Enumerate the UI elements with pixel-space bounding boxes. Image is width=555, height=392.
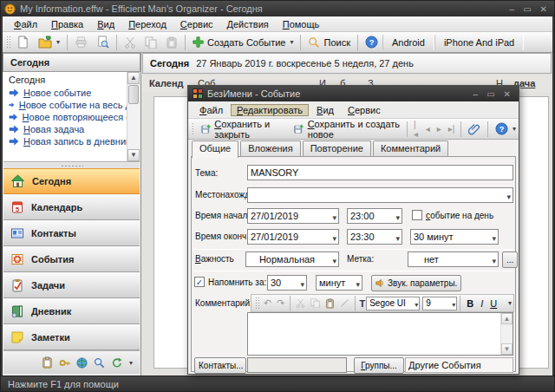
- globe-icon[interactable]: [76, 357, 88, 369]
- bold-button[interactable]: B: [463, 298, 477, 309]
- save-close-button[interactable]: Сохранить и закрыть: [197, 117, 290, 141]
- menu-actions[interactable]: Действия: [221, 18, 275, 30]
- sidebar-item-diary[interactable]: Дневник: [3, 298, 140, 324]
- dialog-minimize-icon[interactable]: –: [473, 89, 479, 99]
- format-clear-icon[interactable]: [337, 298, 352, 308]
- italic-button[interactable]: I: [477, 298, 486, 309]
- sound-settings-button[interactable]: Звук. параметры.: [371, 275, 461, 291]
- shortcut-new-task[interactable]: Новая задача: [3, 123, 140, 135]
- scroll-up-icon[interactable]: ▲: [127, 72, 140, 84]
- subject-input[interactable]: MANSORY: [247, 165, 513, 180]
- sidebar-item-events[interactable]: События: [3, 246, 140, 272]
- iphone-ipad-button[interactable]: iPhone And iPad: [434, 35, 524, 50]
- tab-comment[interactable]: Комментарий: [373, 140, 448, 157]
- menu-view[interactable]: Вид: [91, 18, 121, 30]
- shortcut-scrollbar[interactable]: ▲ ▼: [127, 72, 140, 161]
- android-button[interactable]: Android: [382, 35, 434, 50]
- comment-toolbar-overflow-icon[interactable]: ▾: [508, 299, 512, 307]
- dialog-menu-file[interactable]: Файл: [193, 104, 229, 116]
- start-date-picker[interactable]: 27/01/2019: [247, 208, 339, 224]
- contacts-button[interactable]: Контакты...: [194, 357, 246, 374]
- shortcut-new-event[interactable]: Новое событие: [3, 87, 140, 99]
- scroll-down-icon[interactable]: ▼: [127, 149, 140, 161]
- end-date-picker[interactable]: 27/01/2019: [247, 229, 339, 245]
- reminder-checkbox[interactable]: ✓: [194, 277, 205, 287]
- cut-button[interactable]: [120, 35, 140, 50]
- sidebar-item-tasks[interactable]: Задачи: [3, 272, 140, 298]
- mini-toolbar-overflow-icon[interactable]: ▾: [129, 359, 133, 367]
- menu-go[interactable]: Переход: [122, 18, 173, 30]
- groups-button[interactable]: Группы...: [354, 357, 404, 374]
- menu-file[interactable]: Файл: [8, 18, 43, 30]
- comment-scrollbar[interactable]: ▲ ▼: [500, 313, 513, 355]
- close-icon[interactable]: ✕: [540, 4, 547, 14]
- reminder-value-combobox[interactable]: 30: [267, 275, 307, 291]
- font-name-combobox[interactable]: Segoe UI: [366, 297, 420, 310]
- previous-record-icon[interactable]: ◂: [422, 124, 434, 134]
- undo-icon[interactable]: ↶: [261, 297, 274, 309]
- print-button[interactable]: [70, 34, 92, 50]
- reminder-unit-combobox[interactable]: минут: [316, 275, 362, 291]
- tab-general[interactable]: Общие: [192, 140, 238, 158]
- location-combobox[interactable]: [247, 187, 513, 203]
- dialog-menu-service[interactable]: Сервис: [342, 104, 387, 116]
- scroll-thumb[interactable]: [128, 85, 139, 104]
- sidebar-item-today[interactable]: Сегодня: [3, 168, 140, 194]
- allday-checkbox[interactable]: [412, 210, 422, 220]
- sidebar-item-contacts[interactable]: Контакты: [3, 220, 140, 246]
- scroll-up-icon[interactable]: ▲: [501, 313, 513, 324]
- search-icon[interactable]: [94, 357, 105, 369]
- scroll-down-icon[interactable]: ▼: [501, 343, 513, 355]
- tab-recurrence[interactable]: Повторение: [303, 140, 371, 157]
- menu-service[interactable]: Сервис: [174, 18, 219, 30]
- next-record-icon[interactable]: ▸: [434, 124, 445, 134]
- menu-edit[interactable]: Правка: [45, 18, 89, 30]
- allday-label[interactable]: событие на день: [426, 211, 493, 220]
- shortcut-new-allday-event[interactable]: Новое событие на весь де: [3, 99, 140, 111]
- paste-icon[interactable]: [323, 298, 337, 309]
- clipboard-icon[interactable]: [42, 356, 53, 369]
- comment-textarea[interactable]: ▲ ▼: [247, 312, 513, 356]
- help-button[interactable]: ?: [361, 34, 382, 50]
- sidebar-item-calendar[interactable]: 5 Календарь: [3, 194, 140, 220]
- dialog-help-button[interactable]: ?: [491, 121, 513, 137]
- minimize-icon[interactable]: –: [510, 4, 515, 14]
- end-time-picker[interactable]: 23:30: [347, 229, 402, 245]
- open-file-button[interactable]: ▾: [34, 34, 64, 50]
- last-record-icon[interactable]: ▸|: [445, 124, 459, 134]
- key-icon[interactable]: [59, 357, 70, 369]
- font-size-combobox[interactable]: 9: [422, 297, 457, 310]
- redo-icon[interactable]: ↷: [274, 297, 287, 309]
- importance-combobox[interactable]: Нормальная: [245, 252, 339, 267]
- toolbar-overflow-icon[interactable]: ▾: [513, 125, 516, 133]
- tag-combobox[interactable]: нет: [408, 252, 499, 267]
- print-preview-button[interactable]: [92, 34, 114, 50]
- maximize-icon[interactable]: ▭: [523, 4, 531, 14]
- copy-icon[interactable]: [308, 298, 323, 308]
- tab-attachments[interactable]: Вложения: [240, 140, 301, 157]
- duration-combobox[interactable]: 30 минут: [410, 229, 499, 245]
- cut-icon[interactable]: [293, 298, 308, 308]
- create-event-button[interactable]: Создать Событие ▾: [188, 35, 297, 49]
- dialog-close-icon[interactable]: ✕: [504, 89, 511, 99]
- sync-icon[interactable]: [111, 357, 122, 369]
- tag-more-button[interactable]: ...: [502, 252, 518, 268]
- save-new-button[interactable]: Сохранить и создать новое: [290, 117, 404, 141]
- underline-button[interactable]: U: [486, 298, 500, 309]
- comment-label: Комментарий:: [195, 298, 252, 308]
- menu-help[interactable]: Помощь: [277, 18, 326, 30]
- search-button[interactable]: Поиск: [304, 35, 354, 50]
- start-time-picker[interactable]: 23:00: [347, 208, 402, 224]
- new-document-button[interactable]: [12, 34, 34, 50]
- first-record-icon[interactable]: |◂: [410, 120, 422, 139]
- dialog-maximize-icon[interactable]: ▭: [486, 89, 494, 99]
- copy-button[interactable]: [140, 35, 161, 50]
- shortcut-new-diary-entry[interactable]: Новая запись в дневнике: [3, 135, 140, 147]
- dialog-menu-view[interactable]: Вид: [310, 104, 340, 116]
- attachment-button[interactable]: [464, 121, 485, 137]
- shortcut-new-recurring-event[interactable]: Новое повторяющееся со: [3, 111, 140, 123]
- dialog-menu-edit[interactable]: Редактировать: [231, 104, 309, 116]
- paste-button[interactable]: [161, 35, 182, 50]
- main-title: Сегодня: [150, 58, 189, 69]
- sidebar-item-notes[interactable]: Заметки: [3, 324, 140, 350]
